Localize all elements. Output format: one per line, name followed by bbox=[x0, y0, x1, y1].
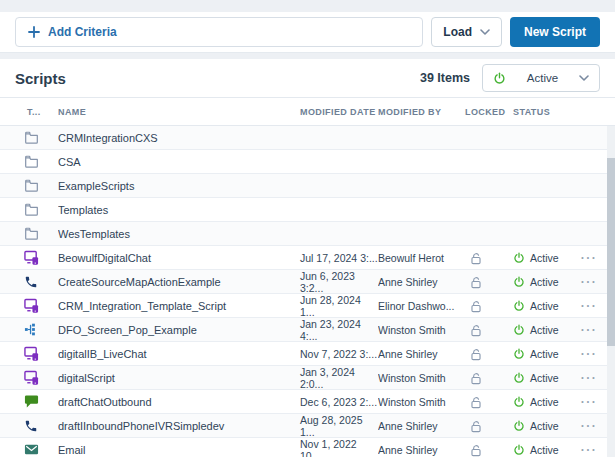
modified-by: Beowulf Herot bbox=[378, 252, 465, 264]
add-criteria-label: Add Criteria bbox=[48, 25, 117, 39]
folder-icon bbox=[24, 130, 39, 145]
dfo-icon bbox=[24, 322, 39, 337]
row-menu-button[interactable]: ··· bbox=[581, 323, 598, 337]
panel-header: Scripts 39 Items Active bbox=[0, 59, 615, 98]
modified-date: Jun 6, 2023 3:2... bbox=[300, 270, 378, 294]
folder-icon bbox=[24, 178, 39, 193]
modified-date: Jan 23, 2024 4:... bbox=[300, 318, 378, 342]
page-title: Scripts bbox=[15, 70, 66, 87]
script-name: WesTemplates bbox=[58, 228, 300, 240]
status-power-icon bbox=[513, 444, 525, 456]
scripts-table: CRMIntegrationCXS CSA ExampleScripts Tem… bbox=[0, 126, 615, 457]
digital-icon bbox=[24, 370, 39, 385]
lock-unlocked-icon bbox=[465, 371, 483, 385]
row-menu-button[interactable]: ··· bbox=[581, 419, 598, 433]
lock-unlocked-icon bbox=[465, 251, 483, 265]
table-row[interactable]: CRMIntegrationCXS bbox=[0, 126, 615, 150]
script-name: BeowulfDigitalChat bbox=[58, 252, 300, 264]
page-top-strip bbox=[0, 0, 615, 12]
table-row[interactable]: digitalScript Jan 3, 2024 2:0... Winston… bbox=[0, 366, 615, 390]
modified-date: Jan 3, 2024 2:0... bbox=[300, 366, 378, 390]
status-badge: Active bbox=[530, 300, 559, 312]
status-power-icon bbox=[513, 276, 525, 288]
row-menu-button[interactable]: ··· bbox=[581, 371, 598, 385]
folder-icon bbox=[24, 202, 39, 217]
status-badge: Active bbox=[530, 252, 559, 264]
status-power-icon bbox=[513, 348, 525, 360]
phone-icon bbox=[24, 275, 38, 289]
table-row[interactable]: digitalIB_LiveChat Nov 7, 2022 3:... Ann… bbox=[0, 342, 615, 366]
table-row[interactable]: DFO_Screen_Pop_Example Jan 23, 2024 4:..… bbox=[0, 318, 615, 342]
table-column-header: T... NAME MODIFIED DATE MODIFIED BY LOCK… bbox=[0, 98, 615, 126]
column-type[interactable]: T... bbox=[15, 107, 58, 117]
script-name: DFO_Screen_Pop_Example bbox=[58, 324, 300, 336]
status-power-icon bbox=[513, 396, 525, 408]
row-menu-button[interactable]: ··· bbox=[581, 347, 598, 361]
row-menu-button[interactable]: ··· bbox=[581, 299, 598, 313]
column-modified-date[interactable]: MODIFIED DATE bbox=[300, 107, 378, 117]
chevron-down-icon bbox=[579, 75, 589, 81]
modified-by: Anne Shirley bbox=[378, 444, 465, 456]
script-name: CSA bbox=[58, 156, 300, 168]
row-menu-button[interactable]: ··· bbox=[581, 251, 598, 265]
column-locked[interactable]: LOCKED bbox=[465, 107, 503, 117]
new-script-button[interactable]: New Script bbox=[510, 17, 600, 47]
script-name: CRM_Integration_Template_Script bbox=[58, 300, 300, 312]
add-criteria-button[interactable]: Add Criteria bbox=[15, 17, 423, 47]
modified-by: Winston Smith bbox=[378, 396, 465, 408]
modified-date: Jul 17, 2024 3:... bbox=[300, 252, 378, 264]
table-row[interactable]: WesTemplates bbox=[0, 222, 615, 246]
status-power-icon bbox=[513, 300, 525, 312]
column-status[interactable]: STATUS bbox=[503, 107, 575, 117]
status-power-icon bbox=[513, 252, 525, 264]
row-menu-button[interactable]: ··· bbox=[581, 395, 598, 409]
status-filter-value: Active bbox=[527, 72, 558, 84]
status-filter-dropdown[interactable]: Active bbox=[482, 64, 600, 92]
status-badge: Active bbox=[530, 324, 559, 336]
script-name: CRMIntegrationCXS bbox=[58, 132, 300, 144]
load-button[interactable]: Load bbox=[431, 17, 502, 47]
table-row[interactable]: Templates bbox=[0, 198, 615, 222]
row-menu-button[interactable]: ··· bbox=[581, 443, 598, 457]
digital-icon bbox=[24, 250, 39, 265]
lock-unlocked-icon bbox=[465, 299, 483, 313]
modified-by: Winston Smith bbox=[378, 324, 465, 336]
table-row[interactable]: draftChatOutbound Dec 6, 2023 2:... Wins… bbox=[0, 390, 615, 414]
chat-icon bbox=[24, 394, 39, 409]
script-name: draftChatOutbound bbox=[58, 396, 300, 408]
lock-unlocked-icon bbox=[465, 395, 483, 409]
table-row[interactable]: CRM_Integration_Template_Script Jun 28, … bbox=[0, 294, 615, 318]
modified-date: Aug 28, 2025 1... bbox=[300, 414, 378, 438]
divider-strip bbox=[0, 52, 615, 59]
folder-icon bbox=[24, 154, 39, 169]
lock-unlocked-icon bbox=[465, 419, 483, 433]
table-row[interactable]: CSA bbox=[0, 150, 615, 174]
folder-icon bbox=[24, 226, 39, 241]
modified-date: Dec 6, 2023 2:... bbox=[300, 396, 378, 408]
modified-by: Anne Shirley bbox=[378, 276, 465, 288]
table-row[interactable]: Email Nov 1, 2022 10... Anne Shirley Act… bbox=[0, 438, 615, 457]
power-icon bbox=[493, 72, 506, 85]
column-name[interactable]: NAME bbox=[58, 107, 300, 117]
script-name: draftIInboundPhoneIVRSimpledev bbox=[58, 420, 300, 432]
status-power-icon bbox=[513, 324, 525, 336]
column-modified-by[interactable]: MODIFIED BY bbox=[378, 107, 465, 117]
chevron-down-icon bbox=[480, 29, 490, 35]
modified-by: Anne Shirley bbox=[378, 420, 465, 432]
scrollbar-track[interactable] bbox=[607, 126, 615, 457]
status-badge: Active bbox=[530, 276, 559, 288]
table-row[interactable]: draftIInboundPhoneIVRSimpledev Aug 28, 2… bbox=[0, 414, 615, 438]
status-power-icon bbox=[513, 420, 525, 432]
toolbar: Add Criteria Load New Script bbox=[0, 12, 615, 52]
status-badge: Active bbox=[530, 396, 559, 408]
script-name: digitalIB_LiveChat bbox=[58, 348, 300, 360]
row-menu-button[interactable]: ··· bbox=[581, 275, 598, 289]
modified-by: Winston Smith bbox=[378, 372, 465, 384]
table-row[interactable]: BeowulfDigitalChat Jul 17, 2024 3:... Be… bbox=[0, 246, 615, 270]
status-badge: Active bbox=[530, 348, 559, 360]
table-row[interactable]: CreateSourceMapActionExample Jun 6, 2023… bbox=[0, 270, 615, 294]
scrollbar-thumb[interactable] bbox=[607, 158, 615, 346]
script-name: Templates bbox=[58, 204, 300, 216]
items-count: 39 Items bbox=[420, 71, 470, 85]
table-row[interactable]: ExampleScripts bbox=[0, 174, 615, 198]
